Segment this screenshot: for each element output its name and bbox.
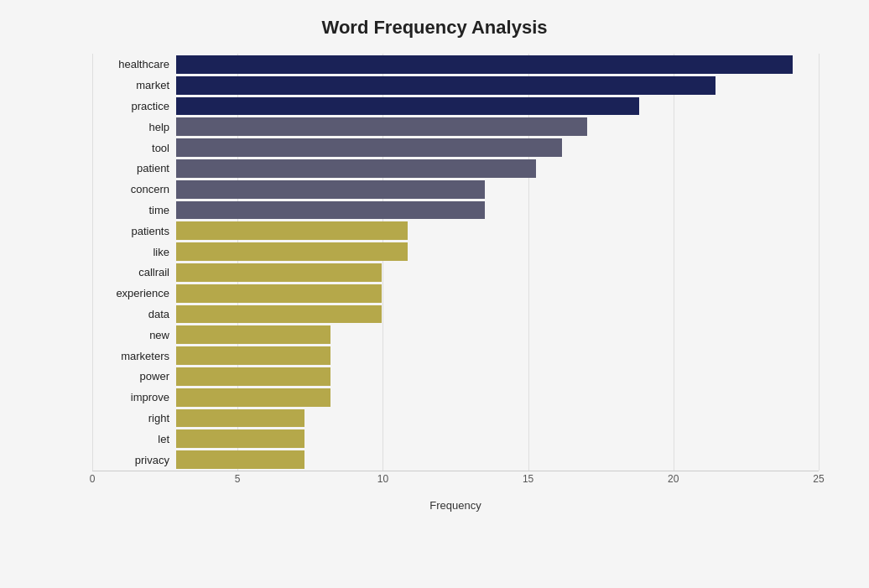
bar-fill: [176, 55, 793, 74]
x-tick: 5: [235, 473, 241, 485]
bar-row: patient: [92, 159, 819, 178]
bar-fill: [176, 117, 587, 136]
bar-row: experience: [92, 284, 819, 303]
bar-row: data: [92, 305, 819, 324]
bar-fill: [176, 263, 382, 282]
bar-fill: [176, 201, 485, 220]
bar-label: callrail: [92, 266, 176, 278]
bar-fill: [176, 242, 408, 261]
bar-label: improve: [92, 391, 176, 403]
bar-fill: [176, 138, 562, 157]
bar-row: privacy: [92, 450, 819, 469]
x-tick: 20: [668, 473, 679, 485]
bar-fill: [176, 429, 304, 448]
bar-row: like: [92, 242, 819, 261]
x-tick: 0: [90, 473, 96, 485]
bar-label: tool: [92, 142, 176, 154]
x-tick: 25: [813, 473, 824, 485]
bar-label: practice: [92, 100, 176, 112]
bar-label: concern: [92, 183, 176, 195]
chart-title: Word Frequency Analysis: [50, 17, 819, 39]
bar-label: power: [92, 370, 176, 382]
bar-label: healthcare: [92, 58, 176, 70]
bar-label: new: [92, 329, 176, 341]
bar-row: time: [92, 201, 819, 220]
bar-row: new: [92, 325, 819, 344]
bar-label: patients: [92, 225, 176, 237]
bar-row: callrail: [92, 263, 819, 282]
x-tick: 15: [523, 473, 533, 485]
bar-fill: [176, 221, 408, 240]
bar-row: power: [92, 367, 819, 386]
bar-row: patients: [92, 221, 819, 240]
bar-fill: [176, 284, 382, 303]
bar-row: help: [92, 117, 819, 136]
bar-fill: [176, 346, 330, 365]
bar-label: data: [92, 308, 176, 320]
bar-label: privacy: [92, 454, 176, 466]
bar-fill: [176, 409, 304, 428]
bar-label: help: [92, 121, 176, 133]
bar-row: right: [92, 409, 819, 428]
bar-row: concern: [92, 180, 819, 199]
bar-label: let: [92, 433, 176, 445]
bar-fill: [176, 180, 485, 199]
bar-fill: [176, 159, 536, 178]
bar-label: time: [92, 204, 176, 216]
bar-row: marketers: [92, 346, 819, 365]
bar-fill: [176, 76, 715, 95]
bar-fill: [176, 367, 330, 386]
bar-fill: [176, 388, 330, 407]
bar-label: right: [92, 412, 176, 424]
bar-label: like: [92, 246, 176, 258]
bar-label: experience: [92, 287, 176, 299]
bar-label: patient: [92, 162, 176, 174]
bar-fill: [176, 97, 639, 116]
bar-row: improve: [92, 388, 819, 407]
bar-row: let: [92, 429, 819, 448]
x-axis-label: Frequency: [92, 499, 819, 512]
bar-row: healthcare: [92, 55, 819, 74]
bar-fill: [176, 450, 304, 469]
bar-row: practice: [92, 97, 819, 116]
x-tick: 10: [377, 473, 388, 485]
bar-label: marketers: [92, 350, 176, 362]
bar-label: market: [92, 79, 176, 91]
bar-row: tool: [92, 138, 819, 157]
bar-fill: [176, 325, 330, 344]
bar-row: market: [92, 76, 819, 95]
chart-container: Word Frequency Analysis healthcaremarket…: [0, 0, 869, 588]
bar-fill: [176, 305, 382, 324]
